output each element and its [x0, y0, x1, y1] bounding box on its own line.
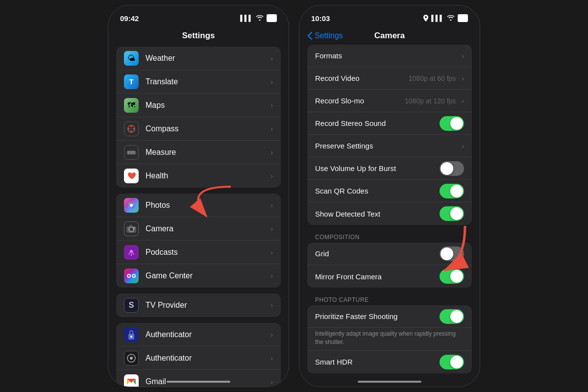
- back-chevron-icon: [307, 32, 312, 40]
- chevron-photos: ›: [270, 201, 273, 209]
- svg-point-1: [130, 127, 133, 130]
- row-auth2[interactable]: Authenticator ›: [116, 346, 281, 370]
- desc-faster-shooting: Intelligently adapt image quality when r…: [307, 328, 472, 351]
- toggle-grid[interactable]: [440, 246, 464, 261]
- row-auth1[interactable]: Authenticator ›: [116, 323, 281, 346]
- row-tvprovider[interactable]: S TV Provider ›: [116, 294, 281, 317]
- chevron-record-video: ›: [462, 74, 464, 82]
- camera-nav-bar: Settings Camera: [299, 27, 480, 45]
- label-photos: Photos: [146, 201, 268, 210]
- svg-point-13: [130, 204, 133, 207]
- section-header-photo-capture: PHOTO CAPTURE: [307, 293, 472, 305]
- wifi-icon-1: [256, 15, 264, 22]
- label-auth1: Authenticator: [146, 330, 268, 339]
- svg-point-16: [130, 228, 133, 231]
- chevron-auth2: ›: [270, 354, 273, 362]
- row-record-stereo[interactable]: Record Stereo Sound: [307, 112, 472, 135]
- icon-photos: [124, 198, 139, 213]
- toggle-record-stereo[interactable]: [440, 116, 464, 131]
- signal-icon-1: ▌▌▌: [240, 15, 253, 22]
- label-faster-shooting: Prioritize Faster Shooting: [315, 312, 440, 320]
- label-show-text: Show Detected Text: [315, 210, 440, 218]
- chevron-health: ›: [270, 172, 273, 180]
- row-volume-burst[interactable]: Use Volume Up for Burst: [307, 157, 472, 180]
- chevron-weather: ›: [270, 54, 273, 62]
- location-icon: [423, 15, 428, 22]
- camera-title: Camera: [374, 31, 405, 41]
- label-tvprovider: TV Provider: [146, 301, 268, 310]
- icon-maps: 🗺: [124, 98, 139, 113]
- toggle-show-text[interactable]: [440, 206, 464, 221]
- toggle-faster-shooting[interactable]: [440, 309, 464, 324]
- icon-gamecenter: [124, 269, 139, 283]
- settings-group-3: S TV Provider ›: [116, 294, 281, 317]
- home-indicator-1: [167, 381, 230, 383]
- chevron-tvprovider: ›: [270, 301, 273, 309]
- row-maps[interactable]: 🗺 Maps ›: [116, 94, 281, 117]
- svg-point-18: [134, 227, 135, 228]
- row-grid[interactable]: Grid: [307, 243, 472, 265]
- label-scan-qr: Scan QR Codes: [315, 187, 440, 195]
- toggle-smart-hdr[interactable]: [440, 355, 464, 369]
- icon-compass: [124, 122, 139, 136]
- row-record-slomo[interactable]: Record Slo-mo 1080p at 120 fps ›: [307, 90, 472, 112]
- icon-camera: [124, 221, 139, 236]
- row-gmail[interactable]: Gmail ›: [116, 370, 281, 387]
- row-gamecenter[interactable]: Game Center ›: [116, 264, 281, 288]
- label-gamecenter: Game Center: [146, 271, 268, 280]
- icon-auth1: [124, 327, 139, 342]
- label-smart-hdr: Smart HDR: [315, 358, 440, 366]
- icon-translate: T: [124, 74, 139, 89]
- label-record-slomo: Record Slo-mo: [315, 97, 405, 105]
- chevron-maps: ›: [270, 101, 273, 109]
- row-photos[interactable]: Photos ›: [116, 194, 281, 217]
- svg-point-24: [128, 275, 130, 277]
- chevron-translate: ›: [270, 78, 273, 86]
- chevron-measure: ›: [270, 148, 273, 156]
- row-compass[interactable]: Compass ›: [116, 117, 281, 141]
- row-weather[interactable]: 🌤 Weather ›: [116, 47, 281, 70]
- row-measure[interactable]: Measure ›: [116, 141, 281, 164]
- icon-auth2: [124, 351, 139, 366]
- row-preserve[interactable]: Preserve Settings ›: [307, 135, 472, 157]
- phone1: 09:42 ▌▌▌ 49 Settings: [108, 5, 289, 387]
- back-button[interactable]: Settings: [307, 31, 343, 40]
- home-indicator-2: [358, 381, 421, 383]
- row-formats[interactable]: Formats ›: [307, 45, 472, 67]
- toggle-volume-burst[interactable]: [440, 161, 464, 176]
- page-title-bar-1: Settings: [108, 27, 289, 47]
- label-grid: Grid: [315, 249, 440, 258]
- row-smart-hdr[interactable]: Smart HDR: [307, 351, 472, 373]
- label-auth2: Authenticator: [146, 354, 268, 363]
- row-translate[interactable]: T Translate ›: [116, 70, 281, 94]
- row-faster-shooting[interactable]: Prioritize Faster Shooting: [307, 305, 472, 328]
- row-show-text[interactable]: Show Detected Text: [307, 202, 472, 225]
- label-volume-burst: Use Volume Up for Burst: [315, 164, 440, 172]
- label-preserve: Preserve Settings: [315, 142, 459, 150]
- label-record-stereo: Record Stereo Sound: [315, 119, 440, 127]
- row-mirror-front[interactable]: Mirror Front Camera: [307, 265, 472, 288]
- row-camera[interactable]: Camera ›: [116, 217, 281, 241]
- chevron-podcasts: ›: [270, 248, 273, 256]
- toggle-scan-qr[interactable]: [440, 184, 464, 198]
- icon-tvprovider: S: [124, 298, 139, 313]
- time-1: 09:42: [120, 14, 139, 23]
- wifi-icon-2: [447, 15, 455, 22]
- row-health[interactable]: Health ›: [116, 164, 281, 188]
- chevron-formats: ›: [462, 52, 464, 60]
- row-record-video[interactable]: Record Video 1080p at 60 fps ›: [307, 67, 472, 90]
- chevron-record-slomo: ›: [462, 97, 464, 105]
- icon-measure: [124, 145, 139, 160]
- chevron-auth1: ›: [270, 331, 273, 339]
- cam-group-1: Formats › Record Video 1080p at 60 fps ›…: [307, 45, 472, 225]
- toggle-mirror-front[interactable]: [440, 269, 464, 284]
- label-measure: Measure: [146, 148, 268, 157]
- status-bar-2: 10:03 ▌▌▌ 47: [299, 5, 480, 27]
- row-podcasts[interactable]: Podcasts ›: [116, 241, 281, 264]
- label-compass: Compass: [146, 124, 268, 133]
- svg-point-29: [130, 357, 133, 360]
- chevron-gamecenter: ›: [270, 272, 273, 280]
- icon-gmail: [124, 374, 139, 387]
- label-record-video: Record Video: [315, 74, 409, 82]
- row-scan-qr[interactable]: Scan QR Codes: [307, 180, 472, 202]
